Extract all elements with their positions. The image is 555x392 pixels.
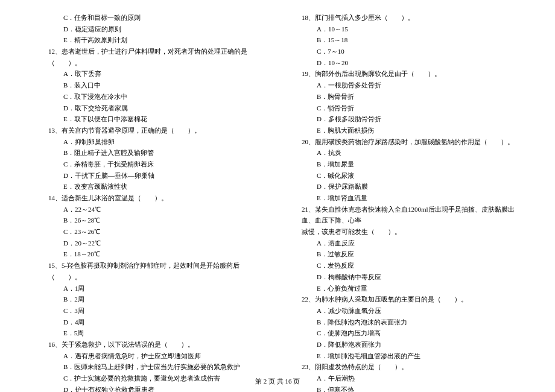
page-footer: 第 2 页 共 16 页 xyxy=(0,377,555,386)
q21-option-e: E．心脏负荷过重 xyxy=(290,283,519,294)
q15-option-d: D．4周 xyxy=(36,317,265,328)
q22-option-e: E．增加肺泡毛细血管渗出液的产生 xyxy=(290,350,519,362)
q20-option-c: C．碱化尿液 xyxy=(290,170,519,182)
q18-option-c: C．7～10 xyxy=(290,46,519,57)
q21-stem-cont: 减慢，该患者可能发生（ ）。 xyxy=(290,226,519,238)
q22-stem: 22、为肺水肿病人采取加压吸氧的主要目的是（ ）。 xyxy=(290,294,519,305)
q11-option-c: C．任务和目标一致的原则 xyxy=(36,12,265,24)
q16-option-b: B．医师未能马上赶到时，护士应当先行实施必要的紧急救护 xyxy=(36,361,265,373)
q14-stem: 14、适合新生儿沐浴的室温是（ ）。 xyxy=(36,192,265,204)
q20-option-d: D．保护尿路黏膜 xyxy=(290,181,519,192)
q12-option-c: C．取下浸泡在冷水中 xyxy=(36,91,265,103)
q22-option-a: A．减少动脉血氧分压 xyxy=(290,305,519,317)
q21-option-d: D．枸橼酸钠中毒反应 xyxy=(290,271,519,283)
q13-option-a: A．抑制卵巢排卵 xyxy=(36,136,265,148)
q14-option-d: D．20～22℃ xyxy=(36,238,265,249)
q22-option-d: D．降低肺泡表面张力 xyxy=(290,339,519,350)
q18-stem: 18、肛门排气插入多少厘米（ ）。 xyxy=(290,12,519,24)
q13-option-c: C．杀精毒胚，干扰受精卵着床 xyxy=(36,159,265,170)
q20-option-b: B．增加尿量 xyxy=(290,159,519,170)
q12-option-d: D．取下交给死者家属 xyxy=(36,103,265,114)
q21-option-c: C．发热反应 xyxy=(290,260,519,271)
q11-option-e: E．精干高效原则计划 xyxy=(36,34,265,46)
q19-stem: 19、胸部外伤后出现胸廓软化是由于（ ）。 xyxy=(290,68,519,80)
q13-option-b: B．阻止精子进入宫腔及输卵管 xyxy=(36,147,265,159)
q15-option-e: E．5周 xyxy=(36,327,265,339)
q20-stem: 20、服用磺胺类药物治疗尿路感染时，加服碳酸氢钠的作用是（ ）。 xyxy=(290,136,519,148)
q14-option-c: C．23～26℃ xyxy=(36,226,265,238)
q15-option-c: C．3周 xyxy=(36,305,265,317)
q14-option-a: A．22～24℃ xyxy=(36,204,265,215)
q12-option-e: E．取下以便在口中添塞棉花 xyxy=(36,113,265,125)
q13-stem: 13、有关宫内节育器避孕原理，正确的是（ ）。 xyxy=(36,125,265,136)
q19-option-b: B．胸骨骨折 xyxy=(290,91,519,103)
q12-option-a: A．取下丢弃 xyxy=(36,68,265,80)
q13-option-e: E．改变宫颈黏液性状 xyxy=(36,181,265,192)
q20-option-e: E．增加肾血流量 xyxy=(290,192,519,204)
q18-option-d: D．10～20 xyxy=(290,57,519,69)
q23-stem: 23、阴阳虚发热特点的是（ ）。 xyxy=(290,361,519,373)
q21-option-b: B．过敏反应 xyxy=(290,248,519,260)
q16-option-a: A．遇有患者病情危急时，护士应立即通知医师 xyxy=(36,350,265,362)
q18-option-a: A．10～15 xyxy=(290,24,519,35)
q19-option-e: E．胸肌大面积损伤 xyxy=(290,125,519,136)
q22-option-c: C．使肺泡内压力增高 xyxy=(290,327,519,339)
q14-option-e: E．18～20℃ xyxy=(36,248,265,260)
q19-option-c: C．锁骨骨折 xyxy=(290,103,519,114)
q15-option-b: B．2周 xyxy=(36,294,265,305)
q19-option-a: A．一根肋骨多处骨折 xyxy=(290,80,519,91)
q12-option-b: B．装入口中 xyxy=(36,80,265,91)
q12-stem: 12、患者逝世后，护士进行尸体料理时，对死者牙齿的处理正确的是（ ）。 xyxy=(36,46,265,68)
q21-option-a: A．溶血反应 xyxy=(290,238,519,249)
q20-option-a: A．抗炎 xyxy=(290,147,519,159)
q14-option-b: B．26～28℃ xyxy=(36,215,265,226)
q15-option-a: A．1周 xyxy=(36,283,265,294)
q19-option-d: D．多根多段肋骨骨折 xyxy=(290,113,519,125)
q18-option-b: B．15～18 xyxy=(290,34,519,46)
q13-option-d: D．干扰下丘脑—垂体—卵巢轴 xyxy=(36,170,265,182)
left-column: C．任务和目标一致的原则 D．稳定适应的原则 E．精干高效原则计划 12、患者逝… xyxy=(36,12,265,392)
q15-stem: 15、5-羟色胺再摄取抑制剂治疗抑郁症时，起效时间是开始服药后（ ）。 xyxy=(36,260,265,282)
q22-option-b: B．降低肺泡内泡沫的表面张力 xyxy=(290,317,519,328)
q16-stem: 16、关于紧急救护，以下说法错误的是（ ）。 xyxy=(36,339,265,350)
right-column: 18、肛门排气插入多少厘米（ ）。 A．10～15 B．15～18 C．7～10… xyxy=(290,12,519,392)
exam-page: C．任务和目标一致的原则 D．稳定适应的原则 E．精干高效原则计划 12、患者逝… xyxy=(0,0,555,392)
q21-stem: 21、某失血性休克患者快速输入全血1200ml后出现手足抽搐、皮肤黏膜出血、血压… xyxy=(290,204,519,226)
q11-option-d: D．稳定适应的原则 xyxy=(36,24,265,35)
